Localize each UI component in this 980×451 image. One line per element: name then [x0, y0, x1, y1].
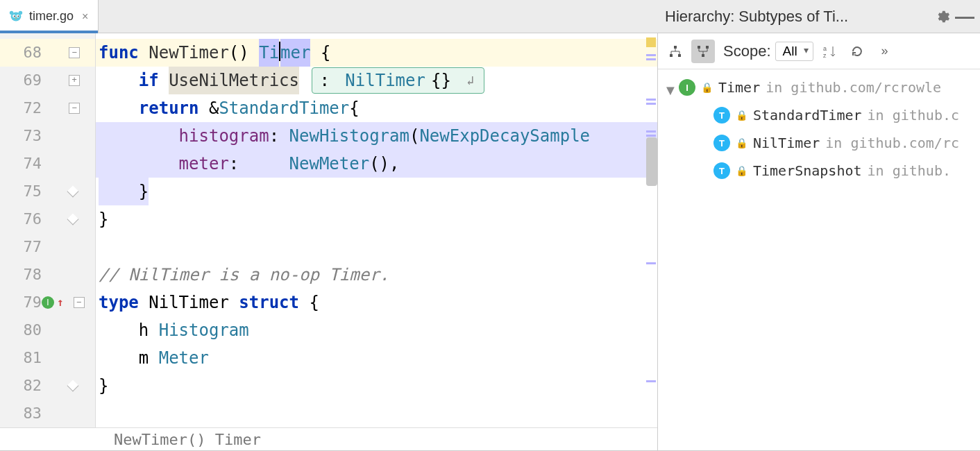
line-number: 83 [0, 400, 42, 427]
code-line: return &StandardTimer{ [96, 94, 657, 122]
close-icon[interactable]: × [82, 10, 88, 23]
line-number: 73 [0, 122, 42, 150]
line-number: 82 [0, 372, 42, 400]
code-line: meter: NewMeter(), [96, 150, 657, 178]
svg-text:a: a [823, 45, 827, 52]
line-number: 79 [0, 289, 42, 316]
fold-close-icon[interactable] [67, 186, 79, 198]
line-number: 78 [0, 261, 42, 289]
line-number: 74 [0, 150, 42, 178]
subtypes-icon[interactable] [691, 40, 715, 63]
go-file-icon [8, 9, 24, 24]
tree-row[interactable]: T 🔒 TimerSnapshot in github. [658, 157, 980, 185]
svg-rect-7 [15, 17, 17, 19]
gutter: 68− 69+ 72− 73 74 75 76 77 78 79I↑− 80 8… [0, 33, 96, 427]
code-line: type NilTimer struct { [96, 289, 657, 316]
type-icon: T [713, 162, 730, 179]
svg-point-2 [19, 10, 22, 15]
line-number: 69 [0, 67, 42, 94]
hierarchy-header: Hierarchy: Subtypes of Ti... — [658, 0, 980, 33]
supertypes-icon[interactable] [664, 40, 687, 63]
type-icon: T [713, 107, 730, 124]
svg-point-5 [14, 15, 15, 17]
fold-close-icon[interactable] [67, 214, 79, 226]
svg-rect-12 [698, 46, 700, 49]
code-line: histogram: NewHistogram(NewExpDecaySampl… [96, 122, 657, 150]
gear-icon[interactable] [934, 8, 951, 25]
tab-timer-go[interactable]: timer.go × [0, 0, 99, 33]
scope-label: Scope: [723, 42, 771, 60]
hierarchy-tree[interactable]: ▼ I 🔒 Timer in github.com/rcrowle T 🔒 St… [658, 69, 980, 450]
line-number: 81 [0, 344, 42, 372]
fold-close-icon[interactable] [67, 380, 79, 392]
svg-rect-9 [670, 54, 673, 57]
lock-icon: 🔒 [736, 110, 747, 121]
code-editor[interactable]: 68− 69+ 72− 73 74 75 76 77 78 79I↑− 80 8… [0, 33, 657, 427]
hierarchy-title: Hierarchy: Subtypes of Ti... [665, 8, 929, 26]
code-line: } [96, 205, 657, 233]
svg-point-6 [17, 15, 19, 17]
code-line: } [96, 178, 657, 205]
scrollbar-thumb[interactable] [646, 137, 657, 186]
line-number: 72 [0, 94, 42, 122]
fold-icon[interactable]: − [74, 297, 85, 308]
line-number: 77 [0, 233, 42, 261]
lock-icon: 🔒 [736, 137, 747, 148]
editor-tabs: timer.go × [0, 0, 658, 33]
code-line: h Histogram [96, 316, 657, 344]
more-icon[interactable]: » [873, 40, 897, 63]
svg-text:z: z [823, 52, 827, 58]
code-line: if UseNilMetrics : NilTimer{} ↲ [96, 67, 657, 94]
fold-expand-icon[interactable]: + [69, 75, 80, 86]
lock-icon: 🔒 [736, 165, 747, 176]
text-caret [279, 42, 280, 61]
error-stripe[interactable] [645, 33, 657, 427]
svg-point-1 [10, 10, 14, 15]
folded-arrow-icon: ↲ [466, 67, 474, 94]
code-line: // NilTimer is a no-op Timer. [96, 261, 657, 289]
code-line: } [96, 372, 657, 400]
folded-region[interactable]: : NilTimer{} ↲ [312, 67, 484, 94]
tab-label: timer.go [29, 9, 74, 24]
svg-rect-8 [674, 46, 677, 49]
tree-row-root[interactable]: ▼ I 🔒 Timer in github.com/rcrowle [658, 74, 980, 101]
line-number: 75 [0, 178, 42, 205]
fold-icon[interactable]: − [69, 47, 80, 58]
interface-icon: I [679, 79, 695, 96]
line-number: 68 [0, 39, 42, 67]
collapse-icon[interactable]: ▼ [664, 83, 673, 92]
svg-rect-13 [706, 46, 709, 49]
implements-icon[interactable]: I [42, 296, 54, 309]
fold-icon[interactable]: − [69, 103, 80, 114]
line-number: 80 [0, 316, 42, 344]
breadcrumb[interactable]: NewTimer() Timer [0, 427, 657, 450]
minimize-icon[interactable]: — [956, 8, 973, 25]
code-line [96, 233, 657, 261]
override-up-icon[interactable]: ↑ [57, 289, 64, 316]
code-line [96, 400, 657, 427]
tree-row[interactable]: T 🔒 StandardTimer in github.c [658, 101, 980, 129]
svg-rect-11 [702, 54, 704, 57]
refresh-icon[interactable] [845, 40, 869, 63]
code-line: func NewTimer() Timer { [96, 39, 657, 67]
code-line: m Meter [96, 344, 657, 372]
line-number: 76 [0, 205, 42, 233]
scope-select[interactable]: All [775, 42, 813, 61]
tree-row[interactable]: T 🔒 NilTimer in github.com/rc [658, 129, 980, 157]
sort-alpha-icon[interactable]: az [818, 40, 841, 63]
hierarchy-panel: Scope: All az » ▼ I 🔒 Timer in github.co… [658, 33, 980, 450]
lock-icon: 🔒 [701, 82, 713, 93]
svg-rect-10 [678, 54, 681, 57]
hierarchy-toolbar: Scope: All az » [658, 33, 980, 69]
type-icon: T [713, 135, 730, 151]
code-area[interactable]: func NewTimer() Timer { if UseNilMetrics… [96, 33, 657, 427]
